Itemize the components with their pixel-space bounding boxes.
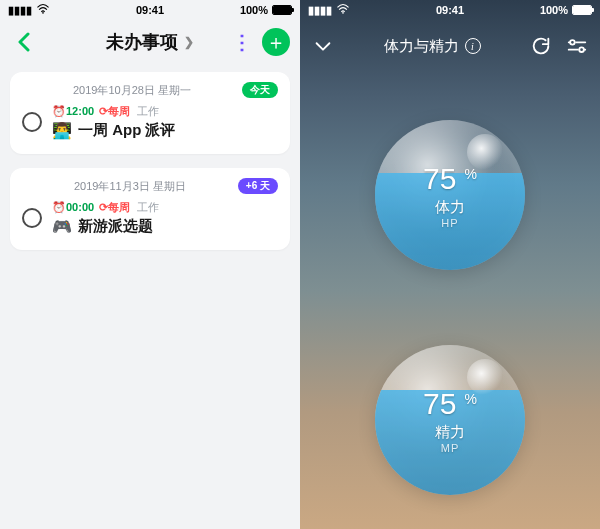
task-title: 👨‍💻 一周 App 派评 <box>52 121 176 140</box>
task-meta: ⏰00:00 ⟳每周 工作 <box>52 200 159 215</box>
wifi-icon <box>36 4 50 16</box>
task-context: 工作 <box>137 201 159 213</box>
chevron-right-icon: ❯ <box>184 35 194 49</box>
task-list: 2019年10月28日 星期一 今天 ⏰12:00 ⟳每周 工作 👨‍💻 一周 … <box>0 64 300 529</box>
status-bar: ▮▮▮▮ 09:41 100% <box>300 0 600 20</box>
collapse-button[interactable] <box>312 35 334 57</box>
alarm-icon: ⏰ <box>52 105 66 117</box>
mp-bubble[interactable]: 75% 精力 MP <box>375 345 525 495</box>
status-time: 09:41 <box>103 4 198 16</box>
card-date: 2019年10月28日 星期一 <box>22 83 242 98</box>
hp-bubble[interactable]: 75% 体力 HP <box>375 120 525 270</box>
battery-icon <box>272 5 292 15</box>
card-badge: 今天 <box>242 82 278 98</box>
status-time: 09:41 <box>403 4 498 16</box>
task-context: 工作 <box>137 105 159 117</box>
repeat-icon: ⟳ <box>99 201 108 213</box>
page-title-text: 未办事项 <box>106 30 178 54</box>
task-checkbox[interactable] <box>22 112 42 132</box>
mp-unit: % <box>464 391 476 407</box>
task-card[interactable]: 2019年10月28日 星期一 今天 ⏰12:00 ⟳每周 工作 👨‍💻 一周 … <box>10 72 290 154</box>
status-bar: ▮▮▮▮ 09:41 100% <box>0 0 300 20</box>
stats-top-bar: 体力与精力 i <box>300 26 600 66</box>
hp-label: 体力 <box>423 198 477 217</box>
bubble-area: 75% 体力 HP 75% 精力 MP <box>300 85 600 529</box>
stats-app-screen: ▮▮▮▮ 09:41 100% 体力与精力 i <box>300 0 600 529</box>
settings-button[interactable] <box>566 35 588 57</box>
back-button[interactable] <box>10 28 38 56</box>
hp-value: 75 <box>423 162 456 196</box>
svg-point-5 <box>579 47 584 52</box>
mp-value: 75 <box>423 387 456 421</box>
task-emoji: 🎮 <box>52 217 72 236</box>
hp-sub: HP <box>423 217 477 229</box>
svg-point-1 <box>342 12 344 14</box>
card-badge: +6 天 <box>238 178 278 194</box>
todo-app-screen: ▮▮▮▮ 09:41 100% 未办事项 ❯ ⋮ ＋ 2019年10月28日 星 <box>0 0 300 529</box>
signal-icon: ▮▮▮▮ <box>8 4 32 17</box>
task-checkbox[interactable] <box>22 208 42 228</box>
alarm-icon: ⏰ <box>52 201 66 213</box>
svg-point-0 <box>42 12 44 14</box>
task-emoji: 👨‍💻 <box>52 121 72 140</box>
nav-bar: 未办事项 ❯ ⋮ ＋ <box>0 20 300 64</box>
battery-icon <box>572 5 592 15</box>
mp-label: 精力 <box>423 423 477 442</box>
task-card[interactable]: 2019年11月3日 星期日 +6 天 ⏰00:00 ⟳每周 工作 🎮 新游派选… <box>10 168 290 250</box>
hp-unit: % <box>464 166 476 182</box>
page-title[interactable]: 未办事项 ❯ <box>106 30 194 54</box>
info-icon[interactable]: i <box>465 38 481 54</box>
battery-pct: 100% <box>540 4 568 16</box>
wifi-icon <box>336 4 350 16</box>
mp-sub: MP <box>423 442 477 454</box>
stats-title: 体力与精力 i <box>334 37 530 56</box>
more-button[interactable]: ⋮ <box>228 28 256 56</box>
battery-pct: 100% <box>240 4 268 16</box>
task-title: 🎮 新游派选题 <box>52 217 159 236</box>
svg-point-2 <box>570 40 575 45</box>
add-button[interactable]: ＋ <box>262 28 290 56</box>
task-meta: ⏰12:00 ⟳每周 工作 <box>52 104 176 119</box>
repeat-icon: ⟳ <box>99 105 108 117</box>
signal-icon: ▮▮▮▮ <box>308 4 332 17</box>
card-date: 2019年11月3日 星期日 <box>22 179 238 194</box>
refresh-button[interactable] <box>530 35 552 57</box>
